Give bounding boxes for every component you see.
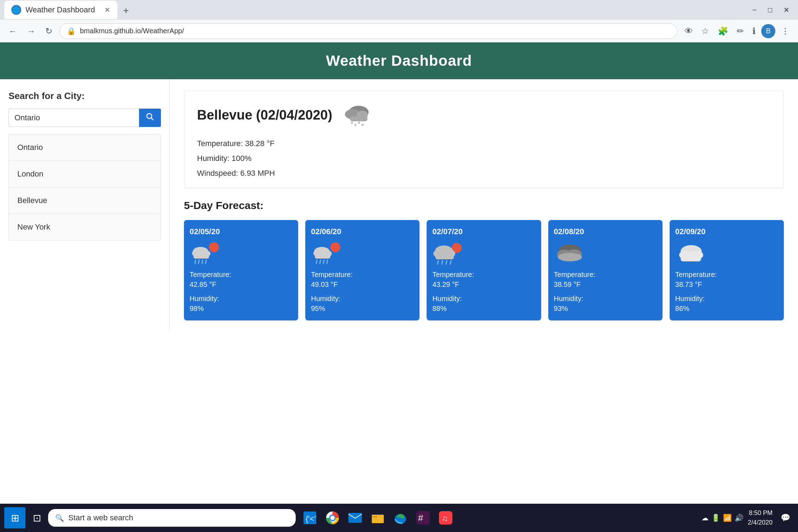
forecast-temp-5: Temperature:38.73 °F <box>675 270 717 289</box>
refresh-btn[interactable]: ↻ <box>42 23 55 39</box>
address-bar[interactable]: 🔒 bmalkmus.github.io/WeatherApp/ <box>59 23 677 39</box>
address-text: bmalkmus.github.io/WeatherApp/ <box>80 27 184 35</box>
forecast-grid: 02/05/20 <box>184 220 784 320</box>
taskview-btn[interactable]: ⊡ <box>27 508 47 528</box>
taskbar-search-icon: 🔍 <box>55 514 64 522</box>
info-icon[interactable]: ℹ <box>750 23 758 39</box>
active-tab[interactable]: 🌐 Weather Dashboard ✕ <box>4 1 117 19</box>
file-explorer-icon[interactable] <box>368 508 388 528</box>
svg-line-1 <box>151 118 153 120</box>
svg-text:♫: ♫ <box>442 514 448 523</box>
forecast-icon-4 <box>554 241 586 265</box>
browser-chrome: 🌐 Weather Dashboard ✕ + − □ ✕ ← → ↻ 🔒 bm… <box>0 0 798 42</box>
svg-point-10 <box>209 242 219 252</box>
wifi-icon: 📶 <box>723 514 732 522</box>
svg-line-25 <box>320 260 320 264</box>
svg-point-7 <box>354 124 357 126</box>
star-icon[interactable]: ☆ <box>699 23 712 39</box>
forecast-humidity-4: Humidity:93% <box>554 294 583 313</box>
maximize-btn[interactable]: □ <box>764 4 776 16</box>
forecast-card-1: 02/05/20 <box>184 220 298 320</box>
svg-point-19 <box>330 242 340 252</box>
taskbar-search-text: Start a web search <box>68 513 133 522</box>
svg-line-16 <box>198 260 199 264</box>
svg-line-17 <box>202 260 203 264</box>
extensions-icon[interactable]: 🧩 <box>715 23 731 39</box>
forecast-temp-3: Temperature:43.29 °F <box>432 270 474 289</box>
humidity-stat: Humidity: 100% <box>197 154 771 163</box>
window-controls: − □ ✕ <box>748 4 794 16</box>
svg-point-49 <box>330 516 335 520</box>
minimize-btn[interactable]: − <box>748 4 761 16</box>
cloud-icon: ☁ <box>701 514 709 522</box>
notification-btn[interactable]: 💬 <box>777 508 794 528</box>
taskbar: ⊞ ⊡ 🔍 Start a web search {'<'} <box>0 504 798 532</box>
city-item-london[interactable]: London <box>9 161 161 187</box>
edge-icon[interactable] <box>391 508 410 528</box>
forward-btn[interactable]: → <box>24 23 38 39</box>
forecast-humidity-3: Humidity:88% <box>432 294 462 313</box>
windspeed-stat: Windspeed: 6.93 MPH <box>197 169 771 178</box>
forecast-section: 5-Day Forecast: 02/05/20 <box>184 200 784 320</box>
city-item-ontario[interactable]: Ontario <box>9 134 161 161</box>
city-item-bellevue[interactable]: Bellevue <box>9 187 161 214</box>
nav-bar: ← → ↻ 🔒 bmalkmus.github.io/WeatherApp/ 👁… <box>0 20 798 42</box>
forecast-date-1: 02/05/20 <box>190 227 220 236</box>
slack-icon[interactable]: # <box>413 508 433 528</box>
mail-icon[interactable] <box>345 508 365 528</box>
svg-rect-14 <box>193 255 209 259</box>
eye-icon[interactable]: 👁 <box>682 23 696 39</box>
forecast-date-2: 02/06/20 <box>311 227 341 236</box>
forecast-card-3: 02/07/20 <box>427 220 541 320</box>
svg-line-34 <box>442 261 443 264</box>
svg-line-33 <box>438 261 438 264</box>
app-title: Weather Dashboard <box>326 52 472 69</box>
close-btn[interactable]: ✕ <box>779 4 794 16</box>
clock-time: 8:50 PM <box>748 508 773 518</box>
svg-line-27 <box>327 260 328 264</box>
svg-text:#: # <box>418 513 423 523</box>
forecast-humidity-1: Humidity:98% <box>190 294 219 313</box>
svg-point-40 <box>558 253 582 261</box>
forecast-date-3: 02/07/20 <box>432 227 463 236</box>
menu-btn[interactable]: ⋮ <box>778 23 792 39</box>
search-input[interactable] <box>8 109 139 127</box>
vscode-icon[interactable]: {'<'} <box>300 508 320 528</box>
svg-point-6 <box>351 122 353 124</box>
itunes-icon[interactable]: ♫ <box>436 508 456 528</box>
pen-icon[interactable]: ✏ <box>734 23 747 39</box>
current-stats: Temperature: 38.28 °F Humidity: 100% Win… <box>197 139 771 178</box>
profile-btn[interactable]: B <box>761 24 775 38</box>
forecast-date-4: 02/08/20 <box>554 227 584 236</box>
svg-line-15 <box>195 260 196 264</box>
search-row <box>8 109 161 127</box>
svg-text:{'<'}: {'<'} <box>306 514 316 523</box>
city-item-newyork[interactable]: New York <box>9 214 161 240</box>
forecast-card-5: 02/09/20 Temperature:38.73 °F Humidity:8… <box>670 220 784 320</box>
current-city: Bellevue (02/04/2020) <box>197 108 332 123</box>
tab-close-btn[interactable]: ✕ <box>104 6 110 14</box>
new-tab-btn[interactable]: + <box>120 2 132 19</box>
lock-icon: 🔒 <box>67 27 76 35</box>
sidebar-title: Search for a City: <box>8 91 161 102</box>
taskbar-search[interactable]: 🔍 Start a web search <box>48 509 296 527</box>
start-button[interactable]: ⊞ <box>4 507 25 528</box>
search-btn[interactable] <box>139 109 161 127</box>
chrome-icon[interactable] <box>323 508 342 528</box>
forecast-humidity-5: Humidity:86% <box>675 294 705 313</box>
forecast-icon-5 <box>675 241 707 265</box>
nav-actions: 👁 ☆ 🧩 ✏ ℹ B ⋮ <box>682 23 792 39</box>
battery-icon: 🔋 <box>711 514 720 522</box>
forecast-temp-4: Temperature:38.59 °F <box>554 270 596 289</box>
forecast-card-4: 02/08/20 Temperature:38.59 °F Humidity:9… <box>548 220 663 320</box>
current-weather-header: Bellevue (02/04/2020) <box>197 101 771 129</box>
forecast-temp-2: Temperature:49.03 °F <box>311 270 353 289</box>
svg-point-8 <box>358 122 360 124</box>
forecast-icon-1 <box>190 241 221 265</box>
svg-line-18 <box>206 260 206 264</box>
svg-line-24 <box>316 260 317 264</box>
tab-title: Weather Dashboard <box>25 5 95 15</box>
volume-icon: 🔊 <box>735 514 744 522</box>
current-weather-icon <box>339 101 368 129</box>
back-btn[interactable]: ← <box>6 23 20 39</box>
